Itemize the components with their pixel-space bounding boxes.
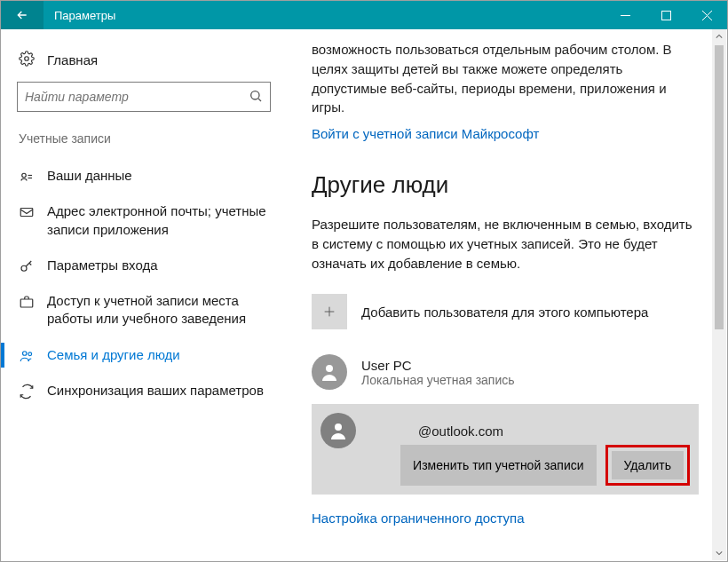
highlight-box: Удалить [605, 445, 690, 486]
svg-point-9 [21, 265, 27, 271]
avatar-icon [312, 354, 347, 390]
sidebar-item-label: Ваши данные [47, 167, 132, 185]
restricted-access-link[interactable]: Настройка ограниченного доступа [312, 511, 525, 526]
home-nav[interactable]: Главная [17, 45, 287, 82]
back-button[interactable] [1, 1, 44, 29]
selected-user-block: @outlook.com Изменить тип учетной записи… [312, 404, 699, 495]
key-icon [19, 258, 35, 274]
search-icon [249, 89, 263, 106]
section-paragraph: Разрешите пользователям, не включенным в… [312, 215, 699, 273]
sidebar-item-signin-options[interactable]: Параметры входа [17, 248, 283, 283]
plus-icon [312, 294, 347, 329]
svg-point-5 [22, 173, 27, 178]
scroll-down-arrow[interactable] [712, 546, 726, 560]
svg-point-15 [326, 365, 333, 372]
sidebar-item-your-info[interactable]: Ваши данные [17, 158, 283, 194]
user-row[interactable]: @outlook.com [320, 413, 690, 448]
mail-icon [19, 204, 35, 220]
sidebar-item-sync[interactable]: Синхронизация ваших параметров [17, 373, 283, 408]
avatar-icon [320, 413, 356, 448]
user-row[interactable]: User PC Локальная учетная запись [312, 349, 699, 395]
sidebar-item-label: Семья и другие люди [47, 346, 180, 364]
briefcase-icon [19, 294, 35, 310]
people-icon [19, 348, 35, 364]
sidebar-item-label: Адрес электронной почты; учетные записи … [47, 202, 274, 239]
minimize-button[interactable] [605, 1, 645, 29]
sidebar-item-label: Доступ к учетной записи места работы или… [47, 292, 274, 328]
scroll-up-arrow[interactable] [712, 29, 726, 44]
change-account-type-button[interactable]: Изменить тип учетной записи [400, 445, 596, 486]
svg-point-16 [335, 423, 342, 431]
signin-microsoft-link[interactable]: Войти с учетной записи Майкрософт [312, 126, 539, 141]
svg-rect-1 [661, 11, 670, 20]
add-user-row[interactable]: Добавить пользователя для этого компьюте… [312, 294, 699, 329]
search-box[interactable] [17, 82, 271, 112]
svg-point-12 [28, 352, 32, 355]
svg-point-3 [251, 91, 259, 99]
intro-paragraph: возможность пользоваться отдельным рабоч… [312, 40, 699, 117]
sidebar-item-label: Параметры входа [47, 257, 158, 274]
user-type: Локальная учетная запись [361, 373, 515, 387]
sidebar-item-label: Синхронизация ваших параметров [47, 382, 264, 400]
sync-icon [19, 384, 35, 400]
svg-line-4 [258, 99, 261, 101]
maximize-button[interactable] [645, 1, 686, 29]
user-name: User PC [361, 358, 515, 373]
svg-rect-10 [20, 299, 33, 307]
home-label: Главная [47, 52, 98, 67]
section-title: Другие люди [312, 171, 699, 199]
add-user-label: Добавить пользователя для этого компьюте… [361, 305, 648, 320]
delete-button[interactable]: Удалить [612, 451, 684, 479]
user-name: @outlook.com [370, 423, 503, 439]
scrollbar[interactable] [712, 29, 726, 560]
scrollbar-thumb[interactable] [715, 45, 724, 329]
sidebar-item-email[interactable]: Адрес электронной почты; учетные записи … [17, 194, 283, 248]
category-label: Учетные записи [17, 131, 287, 146]
close-button[interactable] [686, 1, 727, 29]
search-input[interactable] [25, 90, 249, 104]
sidebar-item-family[interactable]: Семья и другие люди [17, 337, 283, 373]
gear-icon [19, 51, 35, 69]
window-title: Параметры [44, 1, 126, 29]
svg-point-2 [25, 57, 29, 61]
svg-point-11 [23, 351, 28, 355]
sidebar-item-work-school[interactable]: Доступ к учетной записи места работы или… [17, 283, 283, 337]
id-card-icon [19, 169, 35, 185]
svg-rect-8 [20, 209, 33, 217]
